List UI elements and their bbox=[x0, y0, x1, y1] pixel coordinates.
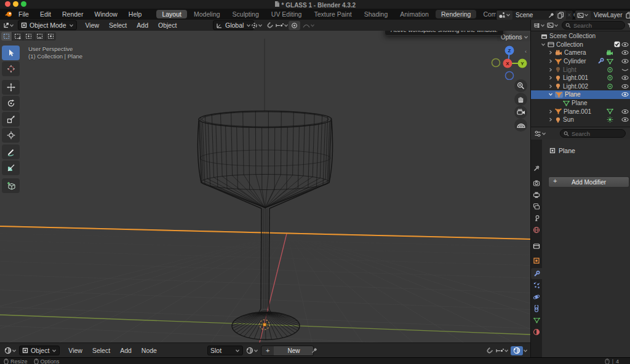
viewlayer-selector[interactable]: ViewLayer bbox=[575, 10, 630, 20]
shader-menu-node[interactable]: Node bbox=[137, 347, 162, 354]
select-circle-button[interactable] bbox=[23, 32, 34, 41]
properties-search-input[interactable]: Search bbox=[560, 129, 626, 138]
select-lasso-button[interactable] bbox=[34, 32, 46, 41]
proportional-edit-button[interactable] bbox=[289, 21, 300, 30]
viewport-menu-add[interactable]: Add bbox=[132, 22, 153, 29]
eye-open-icon[interactable] bbox=[621, 75, 629, 81]
eye-open-icon[interactable] bbox=[621, 50, 629, 55]
workspace-tab-shading[interactable]: Shading bbox=[359, 10, 394, 18]
properties-tab-tool[interactable] bbox=[531, 163, 542, 174]
eye-open-icon[interactable] bbox=[621, 84, 629, 89]
light-data-icon[interactable] bbox=[607, 74, 613, 81]
mesh-data-icon[interactable] bbox=[607, 108, 613, 114]
shader-menu-add[interactable]: Add bbox=[115, 347, 137, 354]
properties-tab-constraints[interactable] bbox=[531, 303, 542, 314]
wrench-icon[interactable] bbox=[597, 58, 604, 65]
properties-tab-object-data[interactable] bbox=[531, 315, 542, 326]
outliner-search-input[interactable]: Search bbox=[562, 21, 625, 30]
mode-dropdown[interactable]: Object Mode bbox=[18, 20, 77, 30]
properties-tab-output[interactable] bbox=[531, 189, 542, 200]
outliner-editor-icon[interactable] bbox=[547, 22, 554, 28]
select-paint-button[interactable] bbox=[46, 32, 56, 41]
move-tool-button[interactable] bbox=[2, 80, 20, 95]
outliner-row-plane[interactable]: Plane bbox=[531, 90, 630, 99]
outliner-row-camera[interactable]: Camera bbox=[531, 49, 630, 57]
properties-tab-render[interactable] bbox=[531, 178, 542, 189]
chevron-right-icon[interactable] bbox=[549, 117, 553, 122]
pivot-point-button[interactable] bbox=[249, 21, 265, 30]
outliner-row-light-002[interactable]: Light.002 bbox=[531, 82, 630, 91]
snap-with-button[interactable] bbox=[493, 346, 511, 355]
eye-open-icon[interactable] bbox=[621, 58, 629, 64]
properties-tab-physics[interactable] bbox=[531, 291, 542, 303]
cursor-tool-button[interactable] bbox=[2, 61, 20, 76]
preview-shading-button[interactable] bbox=[511, 346, 523, 355]
outliner-row-scene-collection[interactable]: Scene Collection bbox=[531, 32, 630, 41]
collection-checkbox[interactable] bbox=[614, 41, 620, 47]
outliner-row-light[interactable]: Light bbox=[531, 65, 630, 74]
eye-open-icon[interactable] bbox=[621, 109, 629, 114]
menu-render[interactable]: Render bbox=[57, 10, 89, 18]
material-browse-button[interactable] bbox=[244, 346, 261, 355]
properties-tab-world[interactable] bbox=[531, 224, 542, 235]
camera-view-button[interactable] bbox=[514, 106, 527, 119]
add-cube-tool-button[interactable] bbox=[2, 178, 20, 193]
workspace-tab-layout[interactable]: Layout bbox=[156, 10, 187, 18]
navigation-gizmo[interactable]: Z X Y bbox=[481, 39, 530, 80]
zoom-button[interactable] bbox=[514, 79, 527, 92]
outliner-row-light-001[interactable]: Light.001 bbox=[531, 74, 630, 82]
shader-type-dropdown[interactable]: Object bbox=[19, 346, 60, 355]
properties-tab-object[interactable] bbox=[531, 255, 542, 266]
mesh-data-icon[interactable] bbox=[607, 58, 613, 65]
properties-tab-modifiers[interactable] bbox=[531, 268, 542, 279]
add-modifier-button[interactable]: + Add Modifier bbox=[548, 176, 629, 188]
workspace-tab-texture-paint[interactable]: Texture Paint bbox=[308, 10, 357, 18]
properties-tab-scene[interactable] bbox=[531, 213, 542, 224]
workspace-tab-modeling[interactable]: Modeling bbox=[188, 10, 226, 18]
chevron-down-icon[interactable] bbox=[541, 42, 546, 47]
eye-open-icon[interactable] bbox=[621, 42, 629, 47]
filter-icon[interactable] bbox=[627, 23, 630, 28]
outliner-display-mode-icon[interactable] bbox=[533, 22, 540, 28]
outliner-row-cylinder[interactable]: Cylinder bbox=[531, 57, 630, 66]
chevron-right-icon[interactable] bbox=[549, 109, 553, 114]
pan-hand-button[interactable] bbox=[514, 93, 527, 106]
outliner-row-plane-001[interactable]: Plane.001 bbox=[531, 107, 630, 116]
transform-tool-button[interactable] bbox=[2, 128, 20, 143]
chevron-down-icon[interactable] bbox=[548, 92, 553, 97]
shader-menu-view[interactable]: View bbox=[63, 347, 87, 354]
workspace-tab-animation[interactable]: Animation bbox=[394, 10, 434, 18]
sun-data-icon[interactable] bbox=[607, 116, 613, 123]
pin-icon[interactable] bbox=[548, 12, 554, 18]
new-scene-icon[interactable] bbox=[557, 12, 564, 18]
menu-help[interactable]: Help bbox=[123, 10, 148, 18]
editor-type-button[interactable] bbox=[2, 346, 19, 355]
viewport-menu-view[interactable]: View bbox=[81, 22, 105, 29]
viewport-menu-select[interactable]: Select bbox=[104, 22, 132, 29]
falloff-button[interactable] bbox=[300, 21, 317, 30]
editor-type-button[interactable] bbox=[0, 21, 17, 30]
properties-editor-icon[interactable] bbox=[534, 130, 541, 137]
shader-menu-select[interactable]: Select bbox=[87, 347, 115, 354]
properties-tab-particles[interactable] bbox=[531, 280, 542, 291]
chevron-right-icon[interactable] bbox=[549, 67, 553, 72]
new-material-button[interactable]: + New bbox=[261, 346, 314, 356]
viewport-3d[interactable]: Active workspace showing in the window. … bbox=[0, 31, 530, 342]
viewport-menu-object[interactable]: Object bbox=[153, 22, 181, 29]
pin-icon[interactable] bbox=[311, 347, 317, 354]
camera-data-icon[interactable] bbox=[606, 50, 613, 56]
light-data-icon[interactable] bbox=[607, 83, 613, 90]
sidebar-collapse-arrow[interactable]: ‹ bbox=[525, 48, 527, 55]
workspace-tab-sculpting[interactable]: Sculpting bbox=[227, 10, 265, 18]
toggle-ortho-button[interactable] bbox=[514, 119, 527, 132]
tweak-button[interactable] bbox=[1, 32, 12, 41]
chevron-right-icon[interactable] bbox=[549, 76, 553, 81]
outliner-row-plane-data[interactable]: Plane bbox=[531, 99, 630, 108]
chevron-right-icon[interactable] bbox=[549, 50, 553, 55]
select-box-tool-button[interactable] bbox=[2, 46, 20, 60]
properties-tab-material[interactable] bbox=[531, 326, 542, 338]
chevron-right-icon[interactable] bbox=[549, 84, 553, 89]
scene-selector[interactable]: Scene × bbox=[496, 10, 573, 20]
eye-open-icon[interactable] bbox=[621, 92, 629, 97]
new-viewlayer-icon[interactable] bbox=[626, 12, 630, 18]
